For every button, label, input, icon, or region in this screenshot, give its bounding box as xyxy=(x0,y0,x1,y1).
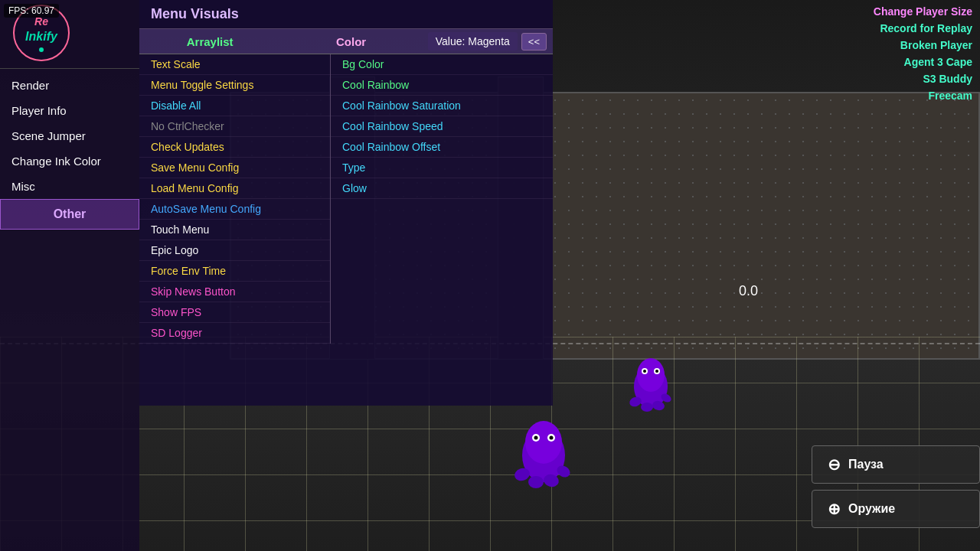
arrow-button[interactable]: << xyxy=(521,33,547,51)
sidebar-item-other[interactable]: Other xyxy=(0,199,139,230)
sidebar-item-label: Change Ink Color xyxy=(11,155,101,168)
menu-item-check-updates[interactable]: Check Updates xyxy=(139,137,330,158)
sidebar-item-scene-jumper[interactable]: Scene Jumper xyxy=(0,123,139,148)
sidebar-other-label: Other xyxy=(54,207,87,220)
sidebar-item-label: Scene Jumper xyxy=(11,129,86,142)
svg-point-4 xyxy=(643,370,646,373)
sidebar-nav: Render Player Info Scene Jumper Change I… xyxy=(0,69,139,233)
sidebar-item-player-info[interactable]: Player Info xyxy=(0,98,139,123)
menu-item-text-scale[interactable]: Text Scale xyxy=(139,54,330,75)
menu-item-force-env-time[interactable]: Force Env Time xyxy=(139,261,330,282)
top-right-change-player-size[interactable]: Change Player Size xyxy=(769,4,976,19)
creature-large xyxy=(513,413,574,490)
pause-button[interactable]: ⊖ Пауза xyxy=(812,445,980,484)
menu-item-skip-news-button[interactable]: Skip News Button xyxy=(139,282,330,302)
left-menu-col: Text Scale Menu Toggle Settings Disable … xyxy=(139,54,331,344)
weapon-button[interactable]: ⊕ Оружие xyxy=(812,490,980,528)
creature-small xyxy=(628,352,674,413)
pause-icon: ⊖ xyxy=(828,455,841,474)
menu-item-cool-rainbow[interactable]: Cool Rainbow xyxy=(331,75,553,96)
menu-item-menu-toggle-settings[interactable]: Menu Toggle Settings xyxy=(139,75,330,96)
top-right-panel: Change Player Size Record for Replay Bro… xyxy=(766,0,980,107)
value-col: Value: Magenta << xyxy=(422,29,553,54)
svg-point-7 xyxy=(641,403,653,412)
svg-point-17 xyxy=(528,476,544,488)
weapon-label: Оружие xyxy=(848,502,895,516)
menu-item-epic-logo[interactable]: Epic Logo xyxy=(139,240,330,261)
top-right-freecam[interactable]: Freecam xyxy=(769,88,976,103)
menu-item-cool-rainbow-saturation[interactable]: Cool Rainbow Saturation xyxy=(331,96,553,116)
menu-item-cool-rainbow-speed[interactable]: Cool Rainbow Speed xyxy=(331,116,553,137)
panel-header-text: Menu Visuals xyxy=(151,6,239,21)
menu-item-bg-color[interactable]: Bg Color xyxy=(331,54,553,75)
decimal-display: 0.0 xyxy=(739,283,758,299)
pause-label: Пауза xyxy=(848,458,884,471)
right-menu-col: Bg Color Cool Rainbow Cool Rainbow Satur… xyxy=(331,54,553,344)
svg-point-5 xyxy=(655,370,658,373)
sidebar-item-change-ink-color[interactable]: Change Ink Color xyxy=(0,148,139,174)
sidebar-item-misc[interactable]: Misc xyxy=(0,174,139,199)
menu-item-type[interactable]: Type xyxy=(331,158,553,178)
arraylist-header: Arraylist Color Value: Magenta << xyxy=(139,29,553,54)
sidebar-item-label: Player Info xyxy=(11,104,67,117)
arraylist-label: Arraylist xyxy=(187,35,234,48)
fps-counter: FPS: 60.97 xyxy=(4,4,59,18)
color-col-label: Color xyxy=(336,35,366,48)
sidebar: Re Inkify Render Player Info Scene Jumpe… xyxy=(0,0,139,551)
sidebar-item-label: Render xyxy=(11,79,49,92)
menu-item-touch-menu[interactable]: Touch Menu xyxy=(139,220,330,240)
color-col: Color xyxy=(280,31,421,53)
top-right-agent-3-cape[interactable]: Agent 3 Cape xyxy=(769,54,976,70)
svg-point-23 xyxy=(39,47,44,52)
arraylist-col: Arraylist xyxy=(139,31,280,53)
main-panel: Menu Visuals Arraylist Color Value: Mage… xyxy=(139,0,553,406)
svg-point-1 xyxy=(637,358,665,392)
weapon-icon: ⊕ xyxy=(828,500,841,518)
svg-point-14 xyxy=(534,436,538,440)
menu-item-autosave-menu-config[interactable]: AutoSave Menu Config xyxy=(139,199,330,220)
menu-item-disable-all[interactable]: Disable All xyxy=(139,96,330,116)
top-right-broken-player[interactable]: Broken Player xyxy=(769,37,976,53)
bottom-right-buttons: ⊖ Пауза ⊕ Оружие xyxy=(812,445,980,528)
svg-text:Inkify: Inkify xyxy=(25,30,58,43)
sidebar-item-render[interactable]: Render xyxy=(0,73,139,98)
menu-item-no-ctrlchecker[interactable]: No CtrlChecker xyxy=(139,116,330,137)
two-col-menu: Text Scale Menu Toggle Settings Disable … xyxy=(139,54,553,344)
top-right-s3-buddy[interactable]: S3 Buddy xyxy=(769,71,976,86)
menu-item-save-menu-config[interactable]: Save Menu Config xyxy=(139,158,330,178)
value-text: Value: Magenta xyxy=(428,32,518,51)
panel-header: Menu Visuals xyxy=(139,0,553,29)
svg-point-15 xyxy=(550,436,554,440)
sidebar-item-label: Misc xyxy=(11,180,35,193)
svg-point-11 xyxy=(525,421,562,464)
menu-item-sd-logger[interactable]: SD Logger xyxy=(139,323,330,344)
menu-item-cool-rainbow-offset[interactable]: Cool Rainbow Offset xyxy=(331,137,553,158)
menu-item-show-fps[interactable]: Show FPS xyxy=(139,302,330,323)
menu-item-load-menu-config[interactable]: Load Menu Config xyxy=(139,178,330,199)
top-right-record-for-replay[interactable]: Record for Replay xyxy=(769,21,976,36)
menu-item-glow[interactable]: Glow xyxy=(331,178,553,199)
